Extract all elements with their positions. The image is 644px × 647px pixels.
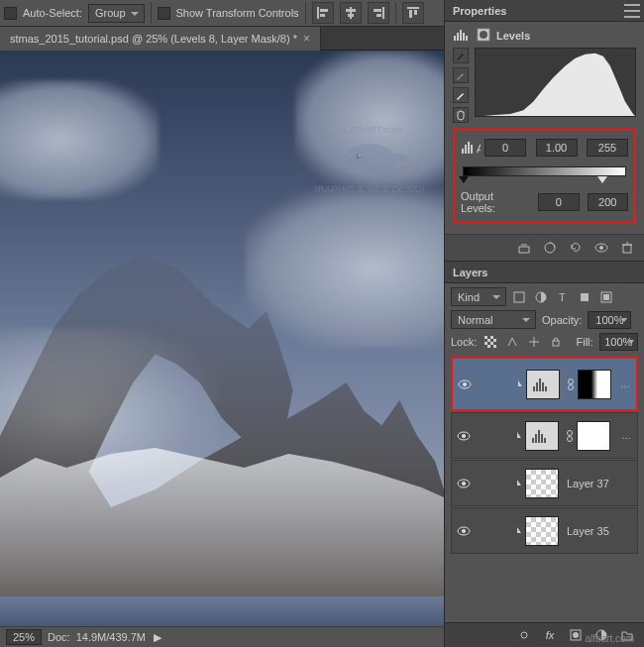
svg-point-21 — [480, 31, 487, 39]
cloud-shape — [246, 189, 444, 348]
svg-rect-19 — [466, 36, 468, 41]
white-eyedropper-icon[interactable] — [453, 87, 469, 103]
align-top-icon[interactable] — [402, 2, 424, 24]
svg-rect-35 — [581, 293, 589, 301]
zoom-field[interactable]: 25% — [6, 629, 42, 645]
auto-select-checkbox[interactable] — [4, 7, 17, 20]
fill-field[interactable]: 100% — [599, 333, 638, 351]
reset-icon[interactable] — [567, 239, 585, 257]
svg-rect-8 — [376, 14, 381, 17]
output-black-slider[interactable] — [459, 176, 469, 183]
link-layers-icon[interactable] — [515, 626, 533, 644]
svg-rect-10 — [409, 10, 412, 18]
layer-row[interactable]: … — [451, 357, 638, 411]
layer-thumbnail[interactable] — [525, 516, 559, 546]
svg-rect-5 — [348, 14, 354, 17]
adjustment-thumbnail[interactable] — [526, 370, 560, 399]
clip-indicator-icon — [511, 525, 523, 537]
link-icon[interactable] — [566, 377, 576, 391]
mask-thumbnail[interactable] — [577, 421, 610, 451]
opacity-field[interactable]: 100% — [588, 311, 631, 329]
layer-style-icon[interactable]: fx — [541, 626, 559, 644]
toggle-visibility-icon[interactable] — [592, 239, 610, 257]
blend-mode-dropdown[interactable]: Normal — [451, 310, 536, 329]
auto-select-mode-dropdown[interactable]: Group — [88, 4, 145, 23]
align-center-h-icon[interactable] — [340, 2, 362, 24]
document-tab[interactable]: stmas_2015_tutorial.psd @ 25% (Levels 8,… — [0, 27, 321, 51]
svg-rect-16 — [457, 33, 459, 41]
visibility-eye-icon[interactable] — [452, 431, 476, 441]
align-right-icon[interactable] — [368, 2, 389, 24]
mask-thumbnail[interactable] — [578, 370, 611, 399]
status-menu-arrow-icon[interactable]: ▶ — [154, 631, 161, 644]
visibility-eye-icon[interactable] — [453, 379, 477, 389]
canvas[interactable]: ALFOART.com GRAPHIC & WEB DESIGN — [0, 51, 444, 626]
layer-row[interactable]: Layer 35 — [451, 507, 638, 554]
layer-thumbnail[interactable] — [525, 469, 559, 498]
layer-mask-icon[interactable] — [567, 626, 585, 644]
visibility-eye-icon[interactable] — [452, 526, 476, 536]
svg-rect-27 — [519, 247, 529, 253]
visibility-eye-icon[interactable] — [452, 479, 476, 488]
properties-panel: Levels A 0 1.00 255 — [445, 22, 644, 234]
auto-hand-icon[interactable] — [453, 107, 469, 123]
show-transform-checkbox[interactable] — [158, 7, 170, 20]
layer-name[interactable]: Layer 35 — [567, 525, 609, 537]
delete-adjustment-icon[interactable] — [618, 239, 636, 257]
gray-eyedropper-icon[interactable] — [453, 67, 469, 83]
layer-name[interactable]: Layer 37 — [567, 478, 609, 489]
svg-point-30 — [599, 246, 603, 250]
lock-position-icon[interactable] — [526, 333, 542, 351]
output-black-field[interactable]: 0 — [538, 193, 579, 211]
histogram[interactable] — [475, 48, 636, 117]
document-tab-title: stmas_2015_tutorial.psd @ 25% (Levels 8,… — [10, 33, 297, 45]
link-icon[interactable] — [565, 429, 575, 443]
layers-panel-header[interactable]: Layers — [445, 262, 644, 283]
levels-type-icon[interactable]: A — [461, 140, 481, 156]
adjustment-thumbnail[interactable] — [525, 421, 559, 451]
svg-point-65 — [573, 632, 579, 638]
view-previous-icon[interactable] — [541, 239, 559, 257]
panel-menu-icon[interactable] — [624, 4, 640, 18]
svg-rect-15 — [454, 36, 456, 41]
doc-size-value: 14.9M/439.7M — [76, 631, 146, 643]
output-white-field[interactable]: 200 — [588, 193, 628, 211]
clip-to-layer-icon[interactable] — [515, 239, 533, 257]
filter-type-icon[interactable]: T — [554, 288, 572, 306]
black-eyedropper-icon[interactable] — [453, 48, 469, 63]
layer-row[interactable]: … — [451, 412, 638, 459]
output-levels-label: Output Levels: — [461, 190, 530, 214]
mask-icon — [477, 28, 490, 44]
close-icon[interactable]: × — [303, 32, 310, 46]
input-black-field[interactable]: 0 — [484, 139, 526, 157]
layer-row[interactable]: Layer 37 — [451, 460, 638, 506]
svg-rect-9 — [407, 7, 419, 9]
svg-rect-56 — [541, 434, 543, 443]
output-gradient[interactable] — [463, 166, 626, 176]
lock-transparency-icon[interactable] — [483, 333, 498, 351]
lock-pixels-icon[interactable] — [504, 333, 520, 351]
input-gamma-field[interactable]: 1.00 — [536, 139, 578, 157]
svg-rect-54 — [535, 434, 537, 443]
levels-highlighted-region: A 0 1.00 255 Output Levels: 0 200 — [453, 129, 636, 224]
show-transform-label: Show Transform Controls — [176, 7, 299, 19]
input-white-field[interactable]: 255 — [587, 139, 628, 157]
svg-rect-0 — [317, 7, 319, 19]
lock-all-icon[interactable] — [548, 333, 564, 351]
svg-rect-41 — [553, 341, 559, 346]
svg-point-63 — [462, 529, 466, 533]
watermark-logo: ALFOART.com GRAPHIC & WEB DESIGN — [315, 110, 424, 199]
output-white-slider[interactable] — [597, 176, 607, 183]
divider — [395, 2, 396, 24]
svg-rect-48 — [545, 386, 547, 391]
svg-point-13 — [357, 154, 362, 159]
filter-shape-icon[interactable] — [576, 288, 593, 306]
filter-pixel-icon[interactable] — [510, 288, 528, 306]
align-left-icon[interactable] — [312, 2, 334, 24]
filter-smart-icon[interactable] — [597, 288, 615, 306]
filter-adjust-icon[interactable] — [532, 288, 550, 306]
layer-filter-kind-dropdown[interactable]: Kind — [451, 287, 506, 306]
svg-rect-25 — [471, 145, 473, 154]
properties-panel-header[interactable]: Properties — [445, 0, 644, 22]
opacity-label: Opacity: — [542, 314, 582, 326]
